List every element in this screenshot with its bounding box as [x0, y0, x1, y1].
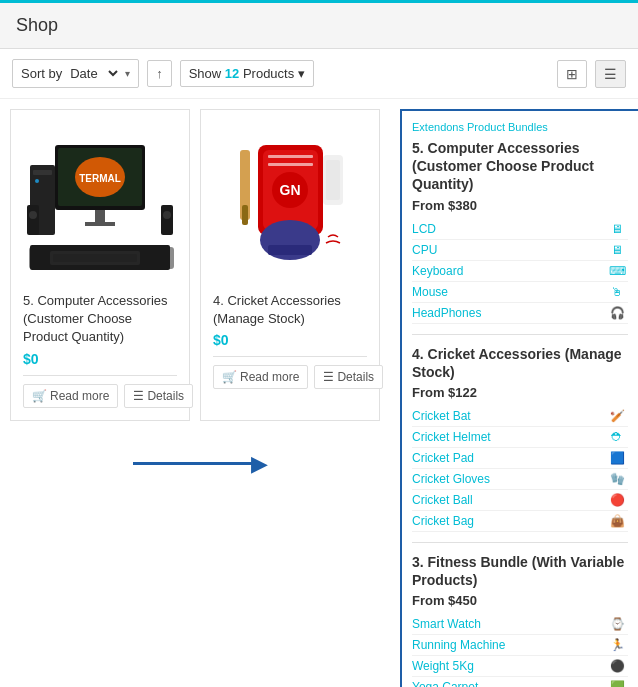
list-icon-2: ☰ [323, 370, 334, 384]
cpu-label: CPU [412, 243, 437, 257]
product-1-divider [23, 375, 177, 376]
details-button-1[interactable]: ☰ Details [124, 384, 193, 408]
product-2-name: 4. Cricket Accessories (Manage Stock) [213, 292, 367, 328]
product-image-cricket: GN [215, 122, 365, 282]
svg-text:TERMAL: TERMAL [79, 173, 121, 184]
read-more-button-2[interactable]: 🛒 Read more [213, 365, 308, 389]
list-item: Running Machine 🏃 [412, 635, 628, 656]
list-icon: ☰ [604, 66, 617, 82]
svg-point-11 [29, 211, 37, 219]
headphone-icon: 🎧 [606, 305, 628, 321]
read-more-label-1: Read more [50, 389, 109, 403]
product-2-actions: 🛒 Read more ☰ Details [213, 365, 367, 389]
svg-point-13 [163, 211, 171, 219]
sort-order-button[interactable]: ↑ [147, 60, 172, 87]
sort-label: Sort by [21, 66, 62, 81]
svg-rect-26 [326, 160, 340, 200]
svg-rect-8 [33, 170, 52, 175]
panel-bundle-2-name: 4. Cricket Accessories (Manage Stock) [412, 345, 628, 381]
svg-text:GN: GN [279, 182, 300, 198]
sort-dropdown[interactable]: Date Price Name [66, 65, 121, 82]
svg-rect-12 [161, 205, 173, 235]
panel-bundle-fitness: 3. Fitness Bundle (With Variable Product… [412, 553, 628, 687]
list-item: Cricket Helmet ⛑ [412, 427, 628, 448]
show-label: Show 12 Products [189, 66, 295, 81]
cricket-helmet-label: Cricket Helmet [412, 430, 491, 444]
weight-icon: ⚫ [606, 658, 628, 674]
chevron-down-icon: ▾ [125, 68, 130, 79]
chevron-down-icon-show: ▾ [298, 66, 305, 81]
list-item: Cricket Gloves 🧤 [412, 469, 628, 490]
arrow-head-icon: ▶ [251, 451, 268, 477]
product-grid: TERMAL [10, 109, 390, 687]
yoga-carpet-label: Yoga Carpet [412, 680, 478, 687]
svg-rect-5 [95, 210, 105, 222]
list-item: CPU 🖥 [412, 240, 628, 261]
list-item: Cricket Ball 🔴 [412, 490, 628, 511]
show-count: 12 [225, 66, 239, 81]
read-more-button-1[interactable]: 🛒 Read more [23, 384, 118, 408]
svg-rect-16 [29, 247, 174, 269]
shop-header: Shop [0, 3, 638, 49]
page-title: Shop [16, 15, 622, 36]
panel-bundle-3-name: 3. Fitness Bundle (With Variable Product… [412, 553, 628, 589]
grid-icon: ⊞ [566, 66, 578, 82]
product-1-price: $0 [23, 351, 177, 367]
arrow-area: ▶ [10, 431, 390, 487]
weight-5kg-label: Weight 5Kg [412, 659, 474, 673]
panel-bundle-computer: 5. Computer Accessories (Customer Choose… [412, 139, 628, 335]
list-view-button[interactable]: ☰ [595, 60, 626, 88]
main-content: TERMAL [0, 99, 638, 687]
grid-view-button[interactable]: ⊞ [557, 60, 587, 88]
sort-select[interactable]: Sort by Date Price Name ▾ [12, 59, 139, 88]
list-item: Cricket Bag 👜 [412, 511, 628, 532]
svg-point-29 [321, 233, 345, 257]
cart-icon-2: 🛒 [222, 370, 237, 384]
sidebar-panel: Extendons Product Bundles 5. Computer Ac… [400, 109, 638, 687]
cart-icon-1: 🛒 [32, 389, 47, 403]
panel-bundle-2-items: Cricket Bat 🏏 Cricket Helmet ⛑ Cricket P… [412, 406, 628, 532]
bag-icon: 👜 [606, 513, 628, 529]
panel-bundle-1-name: 5. Computer Accessories (Customer Choose… [412, 139, 628, 194]
ball-icon: 🔴 [606, 492, 628, 508]
cpu-icon: 🖥 [606, 242, 628, 258]
cricket-bat-label: Cricket Bat [412, 409, 471, 423]
keyboard-label: Keyboard [412, 264, 463, 278]
svg-point-9 [35, 179, 39, 183]
panel-bundle-1-items: LCD 🖥 CPU 🖥 Keyboard ⌨ Mouse 🖱 [412, 219, 628, 324]
product-card-cricket: GN [200, 109, 380, 421]
gloves-icon: 🧤 [606, 471, 628, 487]
panel-bundle-cricket: 4. Cricket Accessories (Manage Stock) Fr… [412, 345, 628, 543]
list-item: Cricket Bat 🏏 [412, 406, 628, 427]
svg-rect-20 [268, 163, 313, 166]
yoga-icon: 🟩 [606, 679, 628, 687]
svg-rect-19 [268, 155, 313, 158]
page-wrapper: Shop Sort by Date Price Name ▾ ↑ Show 12… [0, 0, 638, 687]
list-item: Mouse 🖱 [412, 282, 628, 303]
svg-rect-10 [27, 205, 39, 235]
list-item: HeadPhones 🎧 [412, 303, 628, 324]
mouse-icon: 🖱 [606, 284, 628, 300]
details-label-2: Details [337, 370, 374, 384]
details-label-1: Details [147, 389, 184, 403]
helmet-icon: ⛑ [606, 429, 628, 445]
keyboard-icon: ⌨ [606, 263, 628, 279]
panel-bundle-1-price: From $380 [412, 198, 628, 213]
product-2-divider [213, 356, 367, 357]
svg-rect-24 [242, 205, 248, 225]
running-machine-label: Running Machine [412, 638, 505, 652]
panel-bundle-2-price: From $122 [412, 385, 628, 400]
product-row: TERMAL [10, 109, 390, 421]
details-button-2[interactable]: ☰ Details [314, 365, 383, 389]
svg-rect-28 [268, 245, 312, 255]
panel-bundle-3-items: Smart Watch ⌚ Running Machine 🏃 Weight 5… [412, 614, 628, 687]
product-1-actions: 🛒 Read more ☰ Details [23, 384, 177, 408]
list-item: Weight 5Kg ⚫ [412, 656, 628, 677]
svg-rect-6 [85, 222, 115, 226]
lcd-label: LCD [412, 222, 436, 236]
product-2-price: $0 [213, 332, 367, 348]
list-item: Keyboard ⌨ [412, 261, 628, 282]
list-item: Smart Watch ⌚ [412, 614, 628, 635]
mouse-label: Mouse [412, 285, 448, 299]
show-select[interactable]: Show 12 Products ▾ [180, 60, 315, 87]
